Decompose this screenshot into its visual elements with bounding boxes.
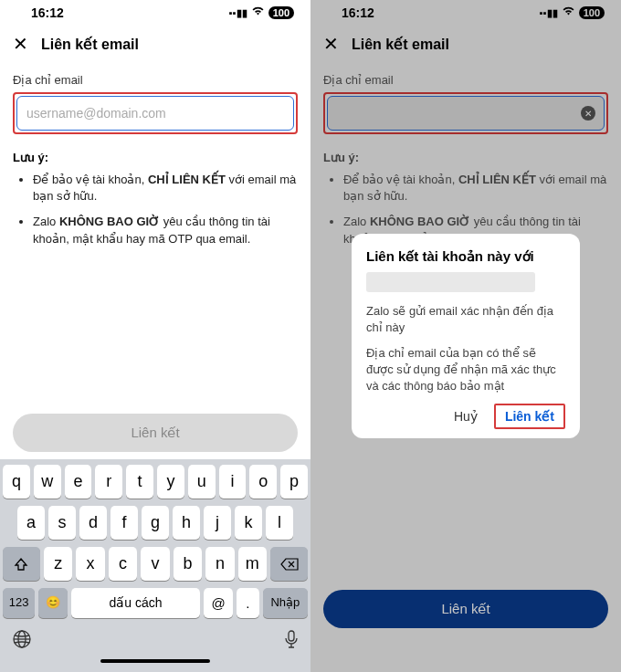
dialog-cancel-button[interactable]: Huỷ xyxy=(447,404,485,429)
globe-icon[interactable] xyxy=(12,629,32,654)
key-e[interactable]: e xyxy=(65,465,92,499)
signal-icon: ▪▪▮▮ xyxy=(229,7,247,19)
key-i[interactable]: i xyxy=(219,465,247,499)
key-x[interactable]: x xyxy=(76,547,104,581)
link-button[interactable]: Liên kết xyxy=(13,414,298,452)
key-k[interactable]: k xyxy=(235,506,262,540)
key-emoji[interactable]: 😊 xyxy=(38,588,68,618)
dialog-text: Zalo sẽ gửi email xác nhận đến địa chỉ n… xyxy=(366,303,565,336)
email-input-highlight xyxy=(13,92,298,134)
wifi-icon xyxy=(251,6,265,19)
key-b[interactable]: b xyxy=(174,547,202,581)
dialog-link-button[interactable]: Liên kết xyxy=(494,404,565,429)
home-indicator[interactable] xyxy=(100,659,210,663)
note-item: Zalo KHÔNG BAO GIỜ yêu cầu thông tin tài… xyxy=(33,214,298,247)
dialog-actions: Huỷ Liên kết xyxy=(366,404,565,429)
key-w[interactable]: w xyxy=(34,465,61,499)
header: ✕ Liên kết email xyxy=(0,24,310,64)
status-icons: ▪▪▮▮ 100 xyxy=(229,6,294,19)
key-shift[interactable] xyxy=(3,547,40,581)
keyboard: q w e r t y u i o p a s d f g h j k l xyxy=(0,459,310,672)
email-label: Địa chỉ email xyxy=(13,73,298,87)
dialog-email-redacted xyxy=(366,272,535,292)
key-n[interactable]: n xyxy=(205,547,234,581)
key-m[interactable]: m xyxy=(238,547,267,581)
key-r[interactable]: r xyxy=(95,465,122,499)
key-u[interactable]: u xyxy=(188,465,216,499)
svg-rect-3 xyxy=(289,631,294,641)
page-title: Liên kết email xyxy=(41,36,139,53)
note-item: Để bảo vệ tài khoản, CHỈ LIÊN KẾT với em… xyxy=(33,172,298,205)
key-backspace[interactable] xyxy=(270,547,308,581)
key-d[interactable]: d xyxy=(79,506,107,540)
notes-list: Để bảo vệ tài khoản, CHỈ LIÊN KẾT với em… xyxy=(13,172,298,247)
mic-icon[interactable] xyxy=(284,630,299,653)
key-f[interactable]: f xyxy=(111,506,138,540)
time: 16:12 xyxy=(31,5,64,20)
key-q[interactable]: q xyxy=(3,465,30,499)
key-at[interactable]: @ xyxy=(204,588,233,618)
dialog-title: Liên kết tài khoản này với xyxy=(366,248,565,265)
battery-icon: 100 xyxy=(268,6,294,19)
email-input[interactable] xyxy=(16,96,294,131)
key-dot[interactable]: . xyxy=(237,588,259,618)
key-h[interactable]: h xyxy=(173,506,200,540)
phone-left: 16:12 ▪▪▮▮ 100 ✕ Liên kết email Địa chỉ … xyxy=(0,0,310,672)
key-a[interactable]: a xyxy=(17,506,45,540)
confirm-dialog: Liên kết tài khoản này với Zalo sẽ gửi e… xyxy=(352,234,580,439)
key-y[interactable]: y xyxy=(157,465,184,499)
key-o[interactable]: o xyxy=(249,465,277,499)
key-p[interactable]: p xyxy=(280,465,308,499)
dialog-overlay: Liên kết tài khoản này với Zalo sẽ gửi e… xyxy=(310,0,621,672)
key-z[interactable]: z xyxy=(44,547,72,581)
key-g[interactable]: g xyxy=(142,506,169,540)
key-j[interactable]: j xyxy=(204,506,231,540)
key-v[interactable]: v xyxy=(141,547,169,581)
notes-title: Lưu ý: xyxy=(13,151,298,164)
key-123[interactable]: 123 xyxy=(3,588,35,618)
key-space[interactable]: dấu cách xyxy=(71,588,200,618)
content: Địa chỉ email Lưu ý: Để bảo vệ tài khoản… xyxy=(0,64,310,414)
close-icon[interactable]: ✕ xyxy=(13,33,28,55)
dialog-text: Địa chỉ email của bạn có thể sẽ được sử … xyxy=(366,345,565,395)
key-enter[interactable]: Nhập xyxy=(263,588,308,618)
status-bar: 16:12 ▪▪▮▮ 100 xyxy=(0,0,310,24)
key-c[interactable]: c xyxy=(109,547,137,581)
key-t[interactable]: t xyxy=(126,465,153,499)
phone-right: 16:12 ▪▪▮▮ 100 ✕ Liên kết email Địa chỉ … xyxy=(310,0,621,672)
key-s[interactable]: s xyxy=(48,506,76,540)
key-l[interactable]: l xyxy=(266,506,293,540)
